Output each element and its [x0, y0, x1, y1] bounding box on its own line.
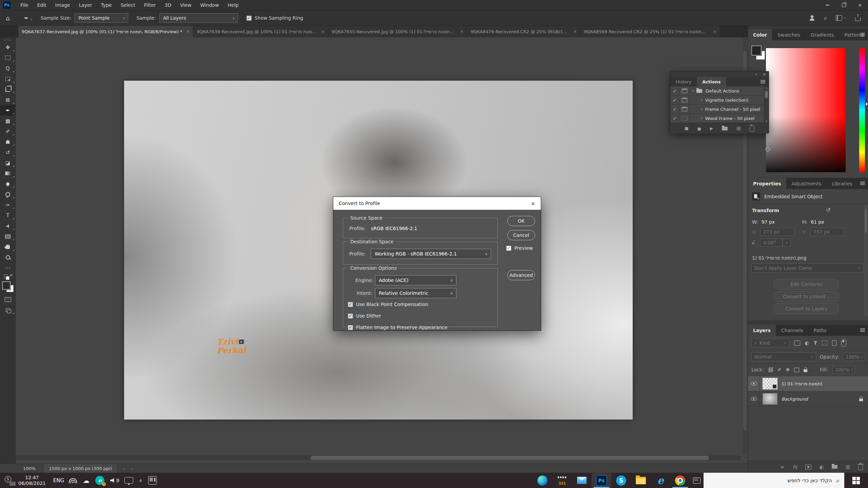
black-point-checkbox[interactable]: [348, 302, 353, 307]
hand-tool[interactable]: [0, 242, 16, 252]
dodge-tool[interactable]: [0, 189, 16, 200]
dialog-toggle[interactable]: [679, 86, 690, 95]
filter-shape-layers-icon[interactable]: [822, 341, 827, 345]
dialog-close-icon[interactable]: ×: [522, 200, 535, 207]
taskbar-task-view[interactable]: [690, 473, 704, 488]
filter-pixel-layers-icon[interactable]: [794, 341, 800, 346]
color-saturation-field[interactable]: [766, 48, 846, 172]
eyedropper-tool[interactable]: ✒: [0, 105, 16, 116]
menu-3d[interactable]: 3D: [160, 0, 176, 10]
x-input[interactable]: 273 px: [760, 228, 794, 236]
object-selection-tool[interactable]: ➤: [0, 74, 16, 84]
menu-type[interactable]: Type: [96, 0, 116, 10]
eyedropper-tool-icon[interactable]: ✒: [24, 15, 28, 21]
doc-tab-5[interactable]: 9Q6A8569-Recovered.CR2 @ 25% (1) 01-תמונ…: [580, 26, 720, 37]
cancel-button[interactable]: Cancel: [507, 230, 535, 240]
status-chevron-left-icon[interactable]: ‹: [131, 466, 133, 471]
menu-layer[interactable]: Layer: [74, 0, 96, 10]
tab-color[interactable]: Color: [748, 29, 772, 40]
adjustment-layer-icon[interactable]: ◐: [820, 464, 824, 470]
advanced-button[interactable]: Advanced: [507, 270, 535, 280]
lock-artboard-icon[interactable]: [794, 368, 799, 372]
news-icon[interactable]: [148, 476, 157, 485]
frame-tool[interactable]: ⊠: [0, 95, 16, 105]
taskbar-photoshop[interactable]: Ps: [592, 473, 611, 488]
tab-swatches[interactable]: Swatches: [772, 29, 806, 40]
clone-stamp-tool[interactable]: ☗: [0, 137, 16, 147]
taskbar-skype[interactable]: S: [611, 473, 631, 488]
record-icon[interactable]: ●: [697, 126, 701, 131]
doc-tab-4[interactable]: 9Q6A8479-Recovered.CR2 @ 25% (RGB/1...×: [467, 26, 580, 37]
visibility-toggle[interactable]: [748, 391, 760, 406]
gradient-tool[interactable]: [0, 168, 16, 179]
engine-dropdown[interactable]: Adobe (ACE): [375, 275, 456, 285]
trash-icon[interactable]: [750, 127, 754, 132]
collapse-panel-icon[interactable]: «: [755, 72, 757, 77]
convert-to-layers-button[interactable]: Convert to Layers: [774, 303, 839, 314]
foreground-color-swatch[interactable]: [2, 281, 11, 290]
taskbar-edge[interactable]: [533, 473, 552, 488]
actions-scrollbar-thumb[interactable]: [765, 91, 768, 98]
tab-close-icon[interactable]: ×: [321, 29, 324, 34]
delete-layer-icon[interactable]: [858, 465, 863, 470]
flatten-image-checkbox[interactable]: [348, 325, 353, 330]
filter-adjustment-layers-icon[interactable]: ◐: [805, 340, 809, 346]
panel-menu-icon[interactable]: [860, 330, 865, 330]
toggle-item-check[interactable]: ✓: [670, 116, 679, 121]
swap-colors-control[interactable]: ⇄: [3, 274, 12, 279]
language-indicator[interactable]: ENG: [53, 477, 64, 484]
filter-smart-objects-icon[interactable]: [832, 340, 836, 346]
chevron-down-icon[interactable]: ›: [691, 90, 696, 92]
move-tool[interactable]: ✥: [0, 42, 16, 53]
tab-close-icon[interactable]: ×: [713, 29, 716, 34]
workspace-switcher[interactable]: ∨: [836, 15, 846, 21]
tab-close-icon[interactable]: ×: [573, 29, 577, 34]
new-layer-icon[interactable]: ⊞: [846, 464, 850, 470]
use-dither-checkbox[interactable]: [348, 313, 353, 319]
foreground-color-swatch[interactable]: [751, 45, 762, 56]
properties-scrollbar-thumb[interactable]: [865, 209, 867, 233]
panel-menu-icon[interactable]: [860, 34, 865, 35]
toggle-item-check[interactable]: ✓: [670, 107, 679, 112]
horizontal-scrollbar[interactable]: [16, 455, 741, 460]
panel-menu-icon[interactable]: [860, 183, 865, 184]
convert-to-linked-button[interactable]: Convert to Linked...: [774, 291, 839, 302]
chevron-right-icon[interactable]: ›: [701, 116, 703, 121]
quick-mask-button[interactable]: [0, 294, 16, 305]
menu-help[interactable]: Help: [223, 0, 243, 10]
actions-scrollbar[interactable]: ∧∨: [764, 86, 769, 123]
eraser-tool[interactable]: ◪: [0, 158, 16, 168]
chevron-right-icon[interactable]: ›: [701, 98, 703, 102]
tab-paths[interactable]: Paths: [809, 325, 832, 336]
toggle-item-check[interactable]: ✓: [670, 88, 679, 94]
volume-icon[interactable]: ))): [110, 478, 119, 483]
lock-all-icon[interactable]: [804, 369, 807, 372]
action-set-row[interactable]: ✓ › Default Actions: [670, 86, 769, 96]
taskbar-chrome[interactable]: [670, 473, 690, 488]
visibility-toggle[interactable]: [748, 376, 760, 391]
toolbar-grip[interactable]: [4, 39, 12, 41]
close-button[interactable]: ×: [852, 0, 868, 10]
minimize-button[interactable]: [819, 0, 835, 10]
tab-history[interactable]: History: [670, 77, 697, 86]
crop-tool[interactable]: [0, 84, 16, 95]
tray-expand-chevron-icon[interactable]: ∧: [139, 478, 142, 483]
cast-icon[interactable]: [124, 477, 133, 484]
tab-close-icon[interactable]: ×: [460, 29, 463, 34]
lock-pixels-icon[interactable]: ✐: [777, 367, 782, 372]
layer-thumbnail[interactable]: [763, 393, 777, 405]
eset-icon[interactable]: e!: [95, 476, 104, 485]
close-panel-icon[interactable]: ×: [763, 72, 766, 77]
new-set-folder-icon[interactable]: [722, 127, 728, 130]
lasso-tool[interactable]: Ϙ: [0, 63, 16, 74]
menu-window[interactable]: Window: [196, 0, 223, 10]
dialog-toggle[interactable]: [679, 114, 690, 123]
clock[interactable]: 12:47 06/08/2021: [18, 475, 46, 486]
tab-libraries[interactable]: Libraries: [827, 178, 857, 189]
filter-toggle[interactable]: [841, 339, 846, 347]
show-sampling-ring-checkbox[interactable]: [246, 16, 252, 21]
properties-scrollbar[interactable]: [864, 204, 868, 316]
layer-row-background[interactable]: Background: [748, 391, 868, 407]
edit-contents-button[interactable]: Edit Contents: [774, 279, 839, 290]
taskbar-search[interactable]: הקלד כאן כדי לחפש ⌕: [704, 473, 844, 488]
